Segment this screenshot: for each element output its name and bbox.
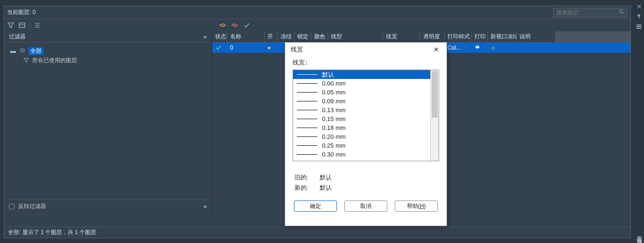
cell-plot[interactable]	[472, 44, 488, 51]
invert-checkbox[interactable]	[9, 204, 14, 209]
lineweight-option-label: 0.05 mm	[322, 89, 346, 96]
lineweight-preview-line	[297, 101, 317, 101]
lineweight-preview-line	[297, 128, 317, 128]
lineweight-option-label: 0.00 mm	[322, 80, 346, 87]
col-color[interactable]: 颜色	[311, 31, 328, 42]
toolbar	[4, 19, 630, 31]
lineweight-preview-line	[297, 74, 317, 75]
cancel-button[interactable]: 取消	[344, 200, 387, 212]
lineweight-option-label: 0.18 mm	[322, 124, 346, 131]
old-label: 旧的:	[294, 173, 308, 182]
filter-header-label: 过滤器	[9, 33, 26, 41]
tree-root-row[interactable]: ▬ 全部	[10, 46, 206, 56]
collapse-left-icon[interactable]: «	[203, 34, 207, 40]
cell-plotstyle[interactable]: Col...	[445, 44, 472, 51]
lineweight-option-label: 0.30 mm	[322, 151, 346, 158]
col-plotstyle[interactable]: 打印样式	[445, 31, 472, 42]
new-filter-icon[interactable]	[7, 21, 14, 29]
cell-on[interactable]: ●	[265, 44, 278, 51]
lineweight-option[interactable]: 0.18 mm	[293, 123, 430, 132]
delete-layer-icon[interactable]	[231, 21, 238, 29]
lineweight-option-label: 0.15 mm	[322, 115, 346, 122]
old-value-row: 旧的: 默认	[293, 173, 439, 182]
col-freeze[interactable]: 冻结	[278, 31, 294, 42]
col-plot[interactable]: 打印	[472, 31, 488, 42]
col-on[interactable]: 开	[265, 31, 278, 42]
lineweight-option[interactable]: 默认	[293, 70, 430, 79]
col-desc[interactable]: 说明	[517, 31, 556, 42]
lineweight-option[interactable]: 0.05 mm	[293, 88, 430, 97]
cell-status	[212, 44, 227, 51]
lineweight-preview-line	[297, 92, 317, 93]
layer-state-icon[interactable]	[34, 21, 41, 29]
lineweight-option[interactable]: 0.13 mm	[293, 106, 430, 114]
status-bar: 全部: 显示了 1 个图层，共 1 个图层	[4, 227, 630, 238]
col-newvp[interactable]: 新视口冻结	[488, 31, 517, 42]
collapse-bottom-icon[interactable]: «	[203, 203, 207, 210]
cell-newvp[interactable]: ☼	[488, 44, 517, 51]
scrollbar-thumb[interactable]	[432, 71, 438, 118]
filter-pane: 过滤器 « ▬ 全部 所有已使用的图层 反转过滤器 «	[4, 31, 212, 213]
help-button[interactable]: 帮助(H)	[395, 200, 438, 212]
current-layer-text: 当前图层:	[7, 9, 31, 15]
filter-used-icon	[23, 57, 29, 64]
grid-header: 状态 名称 开 冻结 锁定 颜色 线型 线宽 透明度 打印样式 打印 新视口冻结…	[212, 31, 630, 43]
search-input[interactable]	[556, 9, 617, 16]
lineweight-list[interactable]: 默认0.00 mm0.05 mm0.09 mm0.13 mm0.15 mm0.1…	[293, 70, 439, 161]
scrollbar[interactable]	[430, 70, 439, 161]
new-value-row: 新的: 默认	[293, 184, 439, 192]
filter-tree[interactable]: ▬ 全部 所有已使用的图层	[4, 43, 211, 200]
col-status[interactable]: 状态	[212, 31, 227, 42]
lineweight-preview-line	[297, 145, 317, 146]
new-layer-icon[interactable]	[219, 21, 226, 29]
search-layer-box[interactable]	[553, 8, 628, 17]
invert-filter-row[interactable]: 反转过滤器 «	[4, 200, 211, 213]
lineweight-option-label: 0.09 mm	[322, 98, 346, 105]
lineweight-option-label: 0.25 mm	[322, 142, 346, 149]
col-lineweight[interactable]: 线宽	[383, 31, 420, 42]
svg-rect-2	[19, 23, 25, 28]
lineweight-preview-line	[297, 83, 317, 84]
lineweight-list-label: 线宽:	[293, 58, 439, 67]
right-strip: ✕ 图层特性管理器	[635, 0, 644, 243]
panel-title-vertical: 图层特性管理器	[636, 232, 643, 238]
current-layer-label: 当前图层: 0	[7, 8, 553, 16]
lineweight-preview-line	[297, 110, 317, 110]
lineweight-option-label: 0.13 mm	[322, 107, 346, 114]
tree-root-label[interactable]: 全部	[28, 47, 43, 55]
lineweight-dialog: 线宽 ✕ 线宽: 默认0.00 mm0.05 mm0.09 mm0.13 mm0…	[285, 42, 447, 226]
new-group-filter-icon[interactable]	[18, 21, 26, 29]
lineweight-option[interactable]: 0.30 mm	[293, 150, 430, 159]
set-current-icon[interactable]	[243, 21, 251, 29]
lineweight-option[interactable]: 0.20 mm	[293, 132, 430, 141]
col-trans[interactable]: 透明度	[420, 31, 445, 42]
old-value: 默认	[320, 173, 332, 182]
ok-button[interactable]: 确定	[294, 200, 337, 212]
bulb-icon: ●	[267, 44, 271, 51]
dialog-close-button[interactable]: ✕	[432, 45, 441, 54]
lineweight-option-label: 默认	[322, 71, 334, 79]
close-panel-icon[interactable]: ✕	[637, 3, 642, 10]
menu-icon[interactable]	[636, 23, 643, 31]
pin-icon[interactable]	[636, 13, 643, 21]
collapse-icon[interactable]: ▬	[10, 48, 16, 54]
lineweight-preview-line	[297, 119, 317, 119]
col-name[interactable]: 名称	[227, 31, 265, 42]
lineweight-preview-line	[297, 154, 317, 155]
lineweight-option[interactable]: 0.09 mm	[293, 97, 430, 106]
col-linetype[interactable]: 线型	[328, 31, 383, 42]
col-lock[interactable]: 锁定	[294, 31, 311, 42]
lineweight-option-label: 0.20 mm	[322, 133, 346, 140]
new-value: 默认	[320, 184, 332, 192]
cell-name[interactable]: 0	[227, 44, 265, 51]
current-layer-value: 0	[33, 9, 36, 15]
lineweight-option[interactable]: 0.15 mm	[293, 114, 430, 123]
search-icon	[619, 9, 624, 16]
col-spacer	[556, 31, 630, 42]
tree-child-row[interactable]: 所有已使用的图层	[10, 56, 206, 65]
dialog-buttons: 确定 取消 帮助(H)	[293, 200, 439, 212]
svg-rect-6	[476, 45, 479, 46]
lineweight-option[interactable]: 0.25 mm	[293, 141, 430, 150]
toolbar-separator	[29, 21, 30, 29]
lineweight-option[interactable]: 0.00 mm	[293, 79, 430, 88]
